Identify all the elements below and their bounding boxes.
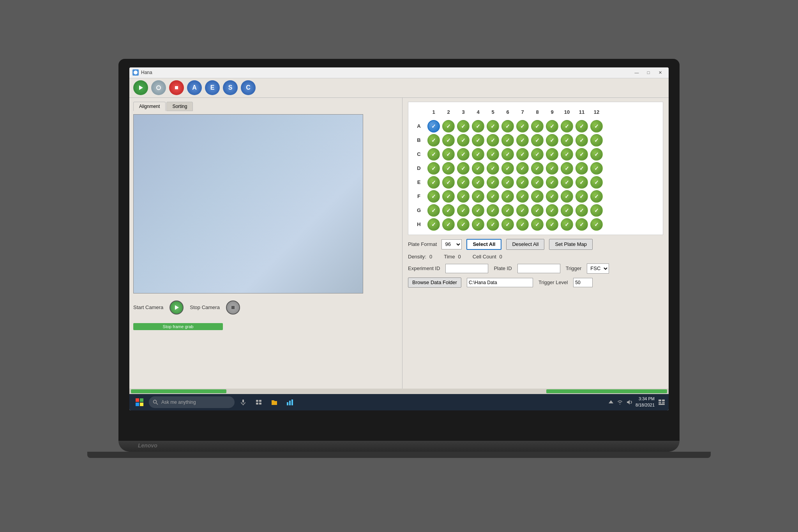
well-D3[interactable]: ✓ (457, 162, 470, 175)
well-G3[interactable]: ✓ (457, 204, 470, 217)
well-B1[interactable]: ✓ (427, 134, 440, 147)
plate-id-input[interactable] (517, 264, 560, 273)
close-button[interactable]: ✕ (655, 69, 666, 76)
well-H4[interactable]: ✓ (472, 218, 484, 231)
well-C3[interactable]: ✓ (457, 148, 470, 161)
well-B4[interactable]: ✓ (472, 134, 484, 147)
stop-camera-button[interactable] (226, 300, 240, 315)
well-B9[interactable]: ✓ (546, 134, 558, 147)
tab-alignment[interactable]: Alignment (133, 102, 166, 111)
well-B5[interactable]: ✓ (487, 134, 499, 147)
well-D8[interactable]: ✓ (531, 162, 544, 175)
well-A9[interactable]: ✓ (546, 120, 558, 133)
toolbar-E[interactable]: E (205, 80, 220, 95)
well-G12[interactable]: ✓ (590, 204, 603, 217)
well-D11[interactable]: ✓ (576, 162, 588, 175)
time-display[interactable]: 3:34 PM 8/18/2021 (636, 396, 655, 408)
well-G1[interactable]: ✓ (427, 204, 440, 217)
well-E4[interactable]: ✓ (472, 176, 484, 189)
taskbar-chart-icon[interactable] (284, 396, 296, 408)
well-F9[interactable]: ✓ (546, 190, 558, 203)
select-all-button[interactable]: Select All (466, 239, 501, 250)
taskbar-mic-icon[interactable] (237, 396, 249, 408)
well-E11[interactable]: ✓ (576, 176, 588, 189)
well-E9[interactable]: ✓ (546, 176, 558, 189)
plate-format-select[interactable]: 96 384 (441, 239, 462, 249)
well-D9[interactable]: ✓ (546, 162, 558, 175)
well-A7[interactable]: ✓ (516, 120, 529, 133)
well-D7[interactable]: ✓ (516, 162, 529, 175)
well-H12[interactable]: ✓ (590, 218, 603, 231)
well-D5[interactable]: ✓ (487, 162, 499, 175)
well-H6[interactable]: ✓ (501, 218, 514, 231)
well-E3[interactable]: ✓ (457, 176, 470, 189)
well-F7[interactable]: ✓ (516, 190, 529, 203)
toolbar-A[interactable]: A (187, 80, 202, 95)
taskbar-taskview-icon[interactable] (252, 396, 265, 408)
well-H2[interactable]: ✓ (442, 218, 455, 231)
well-A5[interactable]: ✓ (487, 120, 499, 133)
well-H9[interactable]: ✓ (546, 218, 558, 231)
toolbar-S[interactable]: S (223, 80, 238, 95)
well-F6[interactable]: ✓ (501, 190, 514, 203)
well-A10[interactable]: ✓ (561, 120, 573, 133)
well-C8[interactable]: ✓ (531, 148, 544, 161)
well-E8[interactable]: ✓ (531, 176, 544, 189)
well-F8[interactable]: ✓ (531, 190, 544, 203)
browse-data-folder-button[interactable]: Browse Data Folder (408, 277, 461, 288)
well-G5[interactable]: ✓ (487, 204, 499, 217)
well-A6[interactable]: ✓ (501, 120, 514, 133)
well-C10[interactable]: ✓ (561, 148, 573, 161)
well-H10[interactable]: ✓ (561, 218, 573, 231)
taskbar-explorer-icon[interactable] (268, 396, 281, 408)
well-E12[interactable]: ✓ (590, 176, 603, 189)
well-H3[interactable]: ✓ (457, 218, 470, 231)
well-D4[interactable]: ✓ (472, 162, 484, 175)
set-plate-map-button[interactable]: Set Plate Map (549, 239, 593, 250)
well-F11[interactable]: ✓ (576, 190, 588, 203)
right-scrollbar[interactable] (546, 389, 667, 393)
well-F12[interactable]: ✓ (590, 190, 603, 203)
well-A12[interactable]: ✓ (590, 120, 603, 133)
circle-button[interactable] (151, 80, 166, 95)
well-E1[interactable]: ✓ (427, 176, 440, 189)
well-B7[interactable]: ✓ (516, 134, 529, 147)
well-C11[interactable]: ✓ (576, 148, 588, 161)
well-B2[interactable]: ✓ (442, 134, 455, 147)
maximize-button[interactable]: □ (643, 69, 654, 76)
notification-icon[interactable] (658, 398, 666, 406)
well-E6[interactable]: ✓ (501, 176, 514, 189)
stop-button[interactable] (169, 80, 184, 95)
toolbar-C[interactable]: C (241, 80, 256, 95)
well-F2[interactable]: ✓ (442, 190, 455, 203)
well-F5[interactable]: ✓ (487, 190, 499, 203)
tab-sorting[interactable]: Sorting (166, 102, 193, 111)
well-G11[interactable]: ✓ (576, 204, 588, 217)
search-bar[interactable]: Ask me anything (149, 396, 235, 408)
well-A3[interactable]: ✓ (457, 120, 470, 133)
well-G4[interactable]: ✓ (472, 204, 484, 217)
well-A8[interactable]: ✓ (531, 120, 544, 133)
well-G2[interactable]: ✓ (442, 204, 455, 217)
trigger-level-input[interactable] (573, 278, 593, 287)
play-button[interactable] (133, 80, 148, 95)
well-F3[interactable]: ✓ (457, 190, 470, 203)
well-G9[interactable]: ✓ (546, 204, 558, 217)
experiment-id-input[interactable] (445, 264, 488, 273)
well-G6[interactable]: ✓ (501, 204, 514, 217)
well-C4[interactable]: ✓ (472, 148, 484, 161)
trigger-select[interactable]: FSC SSC FL1 FL2 (587, 263, 609, 274)
start-button[interactable] (132, 395, 147, 409)
well-F1[interactable]: ✓ (427, 190, 440, 203)
well-A4[interactable]: ✓ (472, 120, 484, 133)
deselect-all-button[interactable]: Deselect All (506, 239, 544, 250)
well-H5[interactable]: ✓ (487, 218, 499, 231)
well-C6[interactable]: ✓ (501, 148, 514, 161)
well-A1[interactable]: ✓ (427, 120, 440, 133)
well-G10[interactable]: ✓ (561, 204, 573, 217)
folder-path-input[interactable] (467, 278, 533, 287)
well-A11[interactable]: ✓ (576, 120, 588, 133)
well-B6[interactable]: ✓ (501, 134, 514, 147)
left-scrollbar[interactable] (131, 389, 226, 393)
well-C7[interactable]: ✓ (516, 148, 529, 161)
